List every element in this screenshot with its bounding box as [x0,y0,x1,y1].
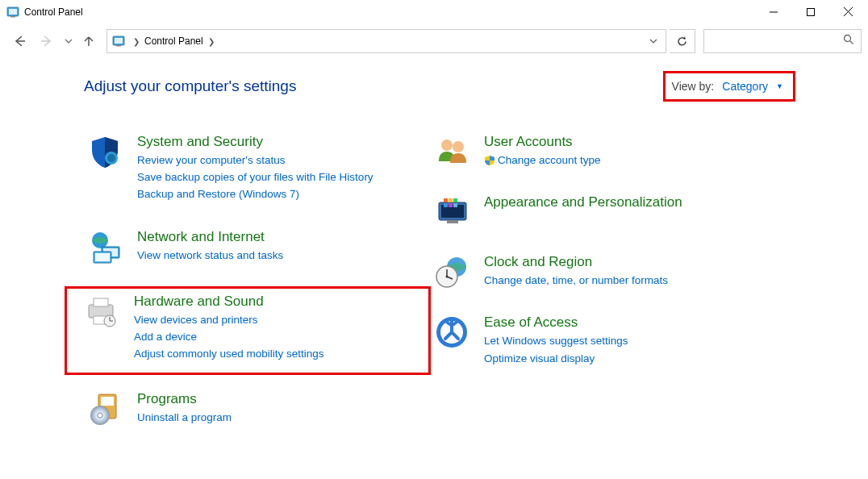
category-clock-region: Clock and Region Change date, time, or n… [431,251,836,294]
category-link[interactable]: Change account type [484,153,601,168]
category-link[interactable]: Review your computer's status [137,153,373,168]
breadcrumb-item[interactable]: Control Panel [144,35,203,47]
category-link[interactable]: View devices and printers [134,313,324,327]
back-button[interactable] [6,28,32,54]
forward-button[interactable] [34,28,60,54]
category-title[interactable]: Clock and Region [484,254,668,270]
category-title[interactable]: Network and Internet [137,229,283,245]
control-panel-icon [112,35,125,48]
category-link[interactable]: Uninstall a program [137,410,232,425]
chevron-right-icon[interactable]: ❯ [203,37,219,46]
category-link[interactable]: Adjust commonly used mobility settings [134,347,324,361]
category-column-left: System and Security Review your computer… [84,131,431,448]
svg-rect-20 [95,253,110,261]
category-title[interactable]: Ease of Access [484,314,628,331]
clock-globe-icon [434,254,469,289]
svg-rect-10 [115,38,123,44]
people-icon [434,134,469,169]
svg-rect-41 [453,203,457,207]
minimize-button[interactable] [755,0,792,24]
svg-point-31 [441,140,453,151]
link-text: Change account type [498,154,601,166]
category-network-internet: Network and Internet View network status… [84,226,431,269]
chevron-right-icon[interactable]: ❯ [128,37,144,46]
close-button[interactable] [829,0,866,24]
category-title[interactable]: Hardware and Sound [134,294,324,310]
svg-rect-4 [807,8,815,15]
svg-rect-28 [101,397,114,406]
uac-shield-icon [484,155,495,166]
svg-point-12 [845,35,851,42]
maximize-button[interactable] [792,0,829,24]
category-link[interactable]: View network status and tasks [137,248,283,263]
svg-point-15 [107,154,115,162]
svg-rect-39 [444,203,448,207]
svg-rect-2 [10,16,15,18]
page-heading: Adjust your computer's settings [84,77,296,95]
category-hardware-sound: Hardware and Sound View devices and prin… [65,286,431,375]
content-area: Adjust your computer's settings View by:… [0,58,868,448]
category-link[interactable]: Change date, time, or number formats [484,273,668,288]
search-input[interactable] [703,29,862,53]
category-title[interactable]: System and Security [137,134,373,150]
category-programs: Programs Uninstall a program [84,388,431,431]
category-system-security: System and Security Review your computer… [84,131,431,208]
disc-box-icon [87,391,123,427]
dropdown-caret-icon: ▼ [776,82,783,90]
recent-locations-button[interactable] [61,37,76,45]
category-title[interactable]: User Accounts [484,134,601,150]
svg-rect-38 [453,198,457,202]
address-bar[interactable]: ❯ Control Panel ❯ [106,29,666,53]
svg-rect-35 [447,220,458,223]
svg-rect-37 [449,198,453,202]
view-by-selector[interactable]: View by: Category ▼ [663,71,795,102]
control-panel-icon [6,6,19,19]
svg-line-13 [850,41,853,44]
up-button[interactable] [77,35,100,48]
category-link[interactable]: Let Windows suggest settings [484,334,628,348]
svg-rect-36 [444,198,448,202]
category-title[interactable]: Appearance and Personalization [484,194,682,210]
category-link[interactable]: Add a device [134,330,324,344]
view-by-value: Category [722,80,768,93]
view-by-label: View by: [672,80,715,93]
category-column-right: User Accounts Change account type [431,131,836,448]
category-link[interactable]: Backup and Restore (Windows 7) [137,187,373,202]
category-ease-of-access: Ease of Access Let Windows suggest setti… [431,311,836,371]
ease-of-access-icon [434,314,469,350]
printer-icon [84,294,119,329]
svg-rect-40 [449,203,453,207]
navigation-bar: ❯ Control Panel ❯ [0,24,868,58]
refresh-button[interactable] [670,29,695,53]
svg-rect-22 [94,298,108,306]
window-title: Control Panel [24,6,755,18]
search-icon [843,34,854,48]
monitor-palette-icon [434,194,469,230]
window-titlebar: Control Panel [0,0,868,24]
shield-icon [87,134,123,169]
svg-rect-11 [116,45,121,47]
svg-rect-1 [9,9,17,15]
category-link[interactable]: Optimize visual display [484,352,628,366]
address-dropdown[interactable] [646,34,661,48]
svg-point-32 [453,141,464,152]
category-title[interactable]: Programs [137,391,232,407]
network-icon [87,229,123,264]
category-user-accounts: User Accounts Change account type [431,131,836,173]
category-link[interactable]: Save backup copies of your files with Fi… [137,170,373,185]
svg-point-46 [446,276,449,278]
svg-point-30 [98,413,102,418]
category-appearance: Appearance and Personalization [431,191,836,233]
